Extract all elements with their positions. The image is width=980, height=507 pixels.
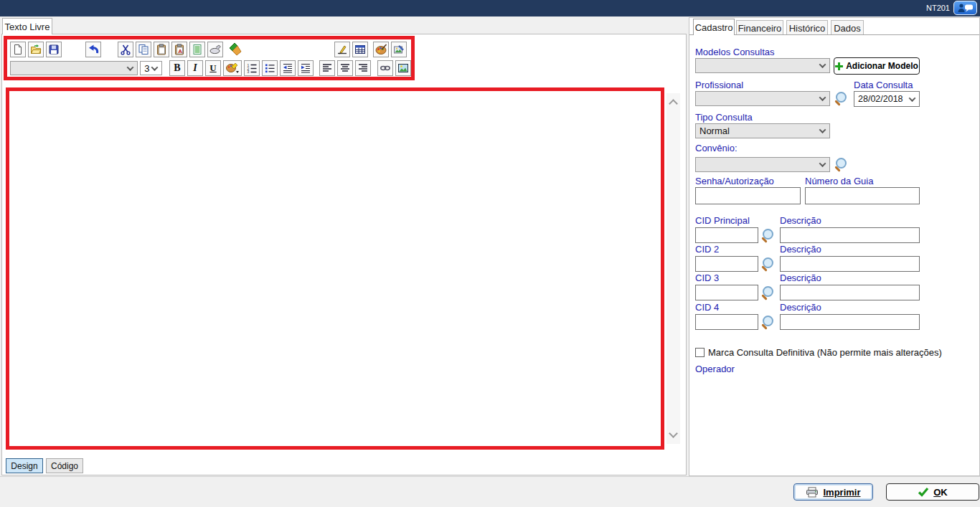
underline-button[interactable]: U bbox=[205, 60, 221, 76]
tab-codigo[interactable]: Código bbox=[46, 458, 83, 473]
hyperlink-button[interactable] bbox=[377, 60, 393, 76]
cid-2-search-icon[interactable] bbox=[760, 257, 775, 272]
tab-dados[interactable]: Dados bbox=[831, 20, 864, 35]
indent-button[interactable] bbox=[298, 60, 314, 76]
cid-3-search-icon[interactable] bbox=[760, 286, 775, 300]
table-icon bbox=[354, 44, 366, 55]
paste-text-button[interactable]: A bbox=[171, 42, 187, 57]
modelos-consultas-combo[interactable] bbox=[695, 58, 830, 73]
tab-design[interactable]: Design bbox=[6, 458, 43, 473]
scroll-up-icon[interactable] bbox=[669, 99, 678, 108]
imprimir-button[interactable]: Imprimir bbox=[793, 483, 873, 501]
green-lines-document-button[interactable] bbox=[189, 42, 205, 57]
cid-principal-desc-label: Descrição bbox=[780, 215, 821, 226]
title-bar: NT201 bbox=[0, 0, 980, 16]
tab-historico-label: Histórico bbox=[789, 23, 826, 34]
cut-button[interactable] bbox=[118, 42, 133, 57]
bold-button[interactable]: B bbox=[169, 60, 185, 76]
tipo-consulta-value: Normal bbox=[696, 125, 820, 136]
numbered-list-button[interactable]: 1 2 3 bbox=[244, 60, 260, 76]
convenio-search-icon[interactable] bbox=[834, 158, 848, 172]
numero-guia-label: Número da Guia bbox=[805, 176, 873, 186]
user-chat-button[interactable] bbox=[953, 1, 977, 15]
color-palette-icon bbox=[375, 44, 387, 55]
ok-button[interactable]: OK bbox=[886, 483, 979, 501]
bullet-list-button[interactable] bbox=[262, 60, 278, 76]
signature-pen-button[interactable] bbox=[334, 42, 350, 57]
data-consulta-value: 28/02/2018 bbox=[854, 94, 910, 104]
align-left-button[interactable] bbox=[319, 60, 335, 76]
tab-cadastro[interactable]: Cadastro bbox=[693, 19, 735, 35]
editor-annotation-box bbox=[6, 87, 664, 450]
app-window: NT201 Texto Livre bbox=[0, 0, 980, 507]
cid-4-input[interactable] bbox=[695, 314, 758, 330]
undo-icon bbox=[87, 44, 100, 55]
paste-button[interactable] bbox=[154, 42, 169, 57]
image-editor-button[interactable] bbox=[391, 42, 407, 57]
signature-pen-icon bbox=[336, 44, 348, 55]
cid-principal-desc-input[interactable] bbox=[780, 227, 920, 243]
numero-guia-input[interactable] bbox=[805, 187, 920, 204]
align-right-icon bbox=[357, 62, 369, 74]
cid-3-input[interactable] bbox=[695, 285, 758, 300]
insert-image-button[interactable] bbox=[395, 60, 411, 76]
data-consulta-label: Data Consulta bbox=[854, 80, 913, 90]
senha-autorizacao-input[interactable] bbox=[695, 187, 801, 204]
editor-scrollbar[interactable] bbox=[666, 93, 680, 444]
eraser-button[interactable] bbox=[207, 42, 223, 57]
cid-4-label: CID 4 bbox=[695, 302, 719, 313]
bold-icon: B bbox=[174, 62, 180, 74]
open-file-button[interactable] bbox=[28, 42, 44, 57]
eraser-icon bbox=[209, 44, 222, 55]
consulta-definitiva-checkbox[interactable] bbox=[695, 348, 705, 357]
tab-cadastro-label: Cadastro bbox=[695, 22, 733, 33]
align-center-button[interactable] bbox=[337, 60, 353, 76]
tab-codigo-label: Código bbox=[51, 461, 78, 471]
profissional-combo[interactable] bbox=[695, 91, 830, 106]
tipo-consulta-label: Tipo Consulta bbox=[695, 112, 753, 123]
cid-principal-input[interactable] bbox=[695, 227, 758, 243]
cid-principal-search-icon[interactable] bbox=[760, 229, 775, 243]
align-right-button[interactable] bbox=[355, 60, 371, 76]
new-document-icon bbox=[12, 44, 24, 55]
cid-2-desc-input[interactable] bbox=[780, 256, 920, 272]
bullet-list-icon bbox=[264, 62, 275, 74]
window-code: NT201 bbox=[926, 4, 950, 12]
cut-scissors-icon bbox=[120, 44, 131, 55]
data-consulta-picker[interactable]: 28/02/2018 bbox=[854, 91, 920, 107]
font-color-button[interactable] bbox=[223, 60, 242, 76]
undo-button[interactable] bbox=[85, 42, 101, 57]
new-document-button[interactable] bbox=[10, 42, 26, 57]
font-family-combo[interactable] bbox=[10, 61, 138, 75]
cid-3-desc-input[interactable] bbox=[780, 285, 920, 300]
profissional-search-icon[interactable] bbox=[834, 92, 848, 106]
outdent-button[interactable] bbox=[280, 60, 296, 76]
tipo-consulta-combo[interactable]: Normal bbox=[695, 123, 830, 138]
toolbar-row-2: 3 B I U 1 2 3 bbox=[7, 60, 411, 76]
tab-texto-livre[interactable]: Texto Livre bbox=[2, 18, 52, 34]
tab-historico[interactable]: Histórico bbox=[786, 20, 828, 35]
insert-table-button[interactable] bbox=[352, 42, 368, 57]
toolbar-row-1: A bbox=[7, 42, 411, 57]
chevron-down-icon bbox=[819, 61, 826, 68]
adicionar-modelo-button[interactable]: Adicionar Modelo bbox=[834, 57, 920, 75]
cid-4-desc-input[interactable] bbox=[780, 314, 920, 330]
format-brush-button[interactable] bbox=[227, 42, 244, 57]
save-floppy-icon bbox=[48, 44, 60, 55]
editor-canvas[interactable] bbox=[9, 91, 661, 446]
copy-button[interactable] bbox=[136, 42, 151, 57]
tab-financeiro[interactable]: Financeiro bbox=[736, 20, 783, 35]
save-button[interactable] bbox=[46, 42, 62, 57]
ok-label: OK bbox=[933, 487, 948, 498]
font-size-combo[interactable]: 3 bbox=[140, 61, 162, 75]
cid-4-search-icon[interactable] bbox=[760, 316, 775, 330]
green-lines-document-icon bbox=[192, 44, 203, 55]
user-chat-icon bbox=[957, 3, 974, 13]
cid-2-input[interactable] bbox=[695, 256, 758, 272]
convenio-combo[interactable] bbox=[695, 157, 830, 172]
color-palette-button[interactable] bbox=[373, 42, 389, 57]
italic-button[interactable]: I bbox=[187, 60, 203, 76]
footer-divider bbox=[0, 476, 980, 477]
scroll-down-icon[interactable] bbox=[669, 429, 678, 438]
paste-text-icon: A bbox=[174, 44, 185, 55]
